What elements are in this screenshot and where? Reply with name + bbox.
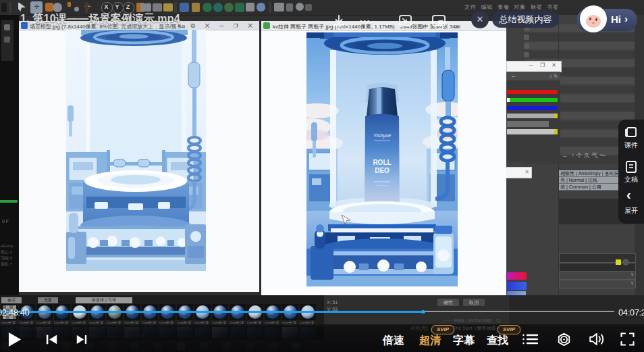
svg-text:Yishyue: Yishyue	[373, 132, 392, 139]
svg-text:DEO: DEO	[375, 167, 390, 174]
svg-text:ROLL: ROLL	[373, 159, 391, 166]
